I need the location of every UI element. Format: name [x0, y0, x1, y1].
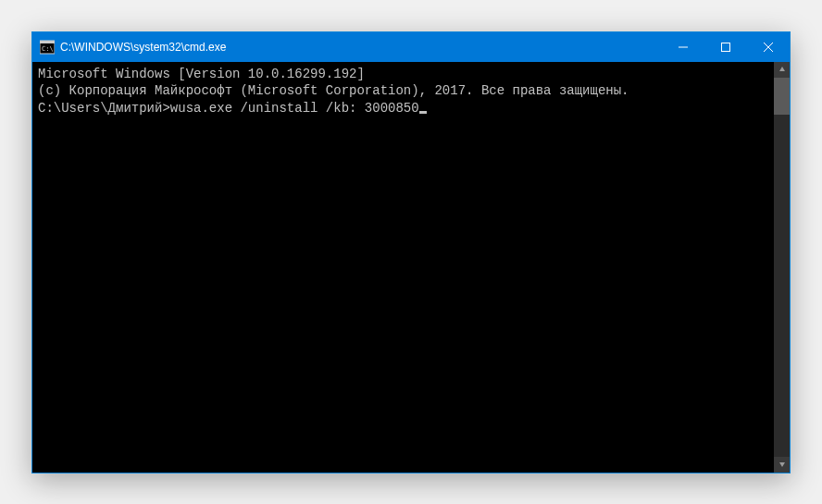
- cmd-icon: C:\: [40, 40, 55, 55]
- scrollbar-thumb[interactable]: [774, 78, 790, 115]
- svg-rect-4: [722, 43, 730, 51]
- terminal[interactable]: Microsoft Windows [Version 10.0.16299.19…: [32, 62, 774, 473]
- cmd-window: C:\ C:\WINDOWS\system32\cmd.exe Microsof…: [31, 31, 791, 473]
- svg-marker-8: [779, 462, 785, 467]
- terminal-prompt-line: C:\Users\Дмитрий>wusa.exe /uninstall /kb…: [38, 100, 768, 117]
- window-title: C:\WINDOWS\system32\cmd.exe: [60, 41, 226, 54]
- titlebar[interactable]: C:\ C:\WINDOWS\system32\cmd.exe: [32, 32, 790, 62]
- scroll-down-button[interactable]: [774, 457, 790, 473]
- terminal-line: Microsoft Windows [Version 10.0.16299.19…: [38, 66, 768, 83]
- prompt: C:\Users\Дмитрий>: [38, 101, 170, 116]
- cursor: [419, 111, 427, 114]
- svg-rect-1: [40, 41, 55, 43]
- terminal-area: Microsoft Windows [Version 10.0.16299.19…: [32, 62, 790, 473]
- scroll-up-button[interactable]: [774, 62, 790, 78]
- svg-text:C:\: C:\: [42, 45, 54, 53]
- terminal-line: (c) Корпорация Майкрософт (Microsoft Cor…: [38, 82, 768, 100]
- close-button[interactable]: [747, 32, 790, 62]
- scrollbar-track[interactable]: [774, 78, 790, 457]
- vertical-scrollbar[interactable]: [774, 62, 790, 473]
- minimize-button[interactable]: [662, 32, 704, 62]
- maximize-button[interactable]: [704, 32, 747, 62]
- svg-marker-7: [779, 67, 785, 71]
- command-text: wusa.exe /uninstall /kb: 3000850: [170, 101, 419, 116]
